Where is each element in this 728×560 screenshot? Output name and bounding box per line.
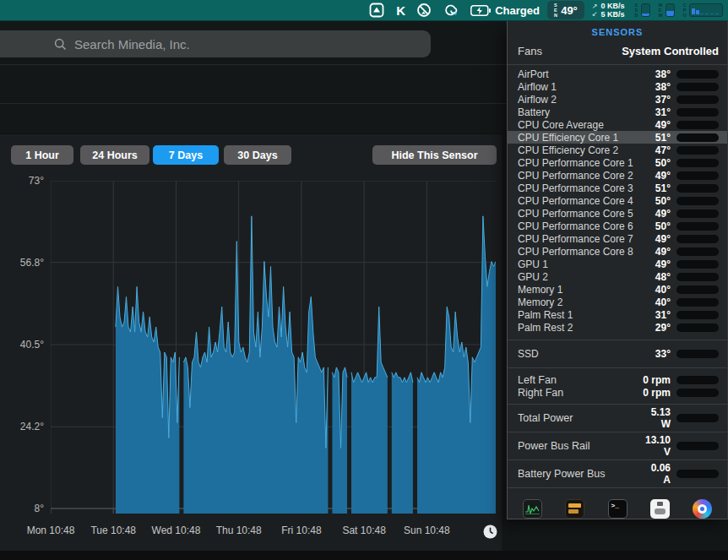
sensor-name: CPU Core Average: [518, 119, 642, 131]
sensor-row-memory-1[interactable]: Memory 140°: [508, 283, 727, 296]
fan-value: 0 rpm: [633, 387, 671, 399]
sensor-bar-track: [676, 121, 719, 129]
activity-graph-app-icon[interactable]: [523, 499, 542, 519]
divider: [508, 367, 727, 368]
sensor-bar-track: [676, 285, 719, 294]
sensor-row-gpu-1[interactable]: GPU 149°: [508, 258, 727, 270]
sensor-value: 40°: [642, 296, 671, 308]
fan-row-left-fan[interactable]: Left Fan0 rpm: [508, 373, 727, 386]
power-row-power-bus-rail[interactable]: Power Bus Rail13.10 V: [508, 435, 727, 457]
power-bar-track: [676, 414, 719, 422]
sensor-row-cpu-performance-core-8[interactable]: CPU Performance Core 849°: [508, 245, 727, 258]
menu-item-network[interactable]: ↗↙ 0 KB/s 5 KB/s: [586, 0, 631, 21]
divider: [508, 64, 727, 65]
cpu-menu-label: CPU: [683, 3, 687, 18]
power-row-total-power[interactable]: Total Power5.13 W: [508, 407, 727, 429]
window-footer: [0, 551, 728, 560]
menu-item-ssd[interactable]: SSD: [631, 0, 655, 21]
sensor-row-airflow-1[interactable]: Airflow 138°: [508, 80, 727, 93]
range-button-30-days[interactable]: 30 Days: [224, 145, 291, 165]
sensor-row-cpu-performance-core-7[interactable]: CPU Performance Core 749°: [508, 232, 727, 245]
history-clock-icon[interactable]: [483, 525, 497, 539]
sensor-value: 31°: [642, 106, 671, 118]
scanner-app-icon[interactable]: [650, 499, 670, 519]
fan-row-right-fan[interactable]: Right Fan0 rpm: [508, 386, 727, 399]
sensor-bar-track: [676, 247, 719, 256]
eject-app-icon[interactable]: [363, 0, 390, 21]
browser-app-icon[interactable]: [693, 499, 712, 519]
range-button-24-hours[interactable]: 24 Hours: [80, 145, 149, 165]
sensor-row-palm-rest-2[interactable]: Palm Rest 229°: [508, 321, 727, 334]
sensor-bar-track: [676, 298, 719, 307]
menu-item-memory[interactable]: MEM: [655, 0, 679, 21]
battery-status-item[interactable]: Charged: [465, 0, 546, 21]
sensor-name: GPU 2: [518, 271, 642, 283]
temperature-chart: [51, 181, 496, 514]
sensor-name: Battery: [518, 106, 642, 118]
sensor-row-cpu-performance-core-3[interactable]: CPU Performance Core 351°: [508, 182, 727, 194]
sensor-bar-track: [676, 311, 719, 319]
menu-item-cpu[interactable]: CPU: [679, 0, 728, 21]
blocked-app-icon[interactable]: [410, 0, 437, 21]
fans-row[interactable]: Fans System Controlled: [508, 40, 727, 62]
ssd-row[interactable]: SSD 33°: [508, 343, 727, 365]
sensor-row-cpu-performance-core-1[interactable]: CPU Performance Core 150°: [508, 156, 727, 169]
power-value: 0.06 A: [642, 462, 671, 486]
sensor-value: 49°: [642, 246, 671, 258]
mem-menu-label: MEM: [659, 3, 663, 18]
sensor-value: 49°: [642, 119, 671, 131]
app-shortcut-row: >_: [508, 491, 727, 526]
x-tick-label: Thu 10:48: [207, 525, 271, 536]
hide-sensor-button[interactable]: Hide This Sensor: [372, 145, 497, 165]
screen: 1 Hour24 Hours7 Days30 DaysHide This Sen…: [0, 0, 728, 560]
k-app-icon[interactable]: K: [390, 0, 410, 21]
search-input[interactable]: [74, 37, 395, 52]
sensor-row-cpu-performance-core-6[interactable]: CPU Performance Core 650°: [508, 220, 727, 232]
sensor-row-palm-rest-1[interactable]: Palm Rest 131°: [508, 308, 727, 321]
sensor-row-airport[interactable]: AirPort38°: [508, 68, 727, 80]
sensor-row-battery[interactable]: Battery31°: [508, 106, 727, 118]
sensor-row-gpu-2[interactable]: GPU 248°: [508, 270, 727, 283]
divider: [508, 487, 727, 488]
menu-item-sensors[interactable]: SEN 49°: [547, 1, 584, 19]
sensor-value: 49°: [642, 233, 671, 245]
sensor-row-airflow-2[interactable]: Airflow 237°: [508, 93, 727, 106]
sen-label: SEN: [554, 3, 557, 18]
sensor-row-cpu-core-average[interactable]: CPU Core Average49°: [508, 118, 727, 131]
sensor-row-cpu-performance-core-2[interactable]: CPU Performance Core 249°: [508, 169, 727, 182]
sensor-name: CPU Efficiency Core 2: [518, 144, 642, 156]
sensor-bar-track: [676, 235, 719, 243]
terminal-app-icon[interactable]: >_: [608, 499, 627, 519]
sensor-row-cpu-efficiency-core-1[interactable]: CPU Efficiency Core 151°: [508, 131, 727, 144]
power-name: Battery Power Bus: [518, 468, 642, 480]
sensor-bar-track: [676, 146, 719, 155]
power-sensor-list: Total Power5.13 WPower Bus Rail13.10 VBa…: [508, 407, 727, 488]
fan-name: Right Fan: [518, 387, 633, 399]
sensor-name: Memory 2: [518, 296, 642, 308]
ssd-bar-track: [676, 350, 719, 358]
sensor-row-cpu-performance-core-4[interactable]: CPU Performance Core 450°: [508, 194, 727, 207]
range-button-7-days[interactable]: 7 Days: [153, 145, 219, 165]
sensor-row-cpu-efficiency-core-2[interactable]: CPU Efficiency Core 247°: [508, 144, 727, 156]
fan-rpm-list: Left Fan0 rpmRight Fan0 rpm: [508, 371, 727, 401]
sensor-row-memory-2[interactable]: Memory 240°: [508, 296, 727, 308]
sensor-value: 50°: [642, 195, 671, 207]
creative-cloud-icon[interactable]: +: [437, 0, 465, 21]
upload-rate: 0 KB/s: [601, 2, 625, 10]
sensor-row-cpu-performance-core-5[interactable]: CPU Performance Core 549°: [508, 207, 727, 220]
sensor-value: 51°: [642, 182, 671, 194]
sensor-bar-track: [676, 209, 719, 218]
sensor-temp-value: 49°: [561, 4, 578, 17]
sensor-name: CPU Efficiency Core 1: [518, 132, 642, 144]
battery-charging-icon: [470, 5, 491, 16]
sensor-value: 50°: [642, 220, 671, 232]
y-tick-label: 8°: [7, 503, 44, 514]
power-row-battery-power-bus[interactable]: Battery Power Bus0.06 A: [508, 463, 727, 485]
sensor-bar-track: [676, 159, 719, 167]
clock-widget-app-icon[interactable]: [565, 499, 584, 519]
sensor-name: Palm Rest 2: [518, 322, 642, 334]
sensor-name: Airflow 1: [518, 81, 642, 93]
search-bar[interactable]: [0, 30, 431, 57]
sensor-name: CPU Performance Core 6: [518, 220, 642, 232]
range-button-1-hour[interactable]: 1 Hour: [11, 145, 73, 165]
